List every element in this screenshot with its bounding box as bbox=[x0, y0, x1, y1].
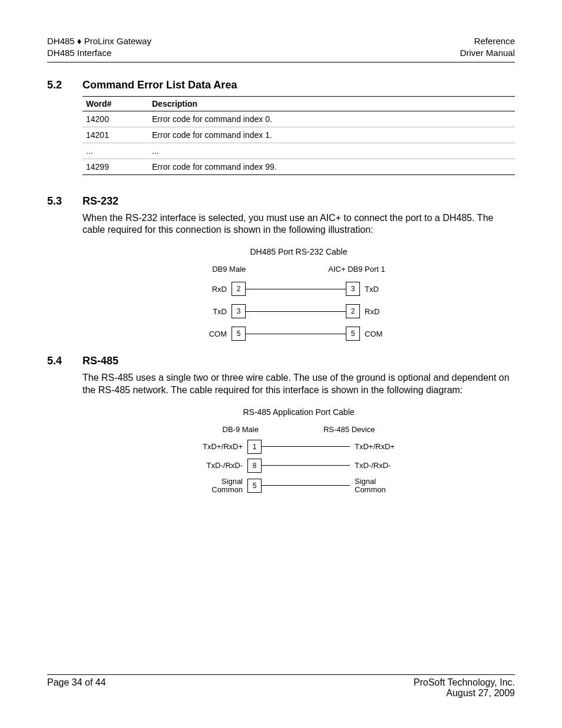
table-row: ... ... bbox=[82, 143, 515, 159]
rs485-lpin-0: 1 bbox=[247, 440, 262, 454]
rs485-wire-row-1: TxD-/RxD- 8 TxD-/RxD- bbox=[82, 459, 515, 473]
rs232-rpin-1: 2 bbox=[346, 304, 360, 318]
page-header: DH485 ♦ ProLinx Gateway DH485 Interface … bbox=[47, 35, 515, 62]
cell-word: 14299 bbox=[82, 159, 148, 174]
section-5-4-number: 5.4 bbox=[47, 355, 82, 367]
rs485-rlabel-0: TxD+/RxD+ bbox=[350, 442, 402, 451]
rs232-wire-row-0: RxD 2 3 TxD bbox=[82, 282, 515, 296]
rs232-wire-row-2: COM 5 5 COM bbox=[82, 327, 515, 341]
rs485-lpin-1: 8 bbox=[247, 459, 262, 473]
table-header-row: Word# Description bbox=[82, 96, 515, 111]
wire-icon bbox=[262, 485, 350, 486]
section-5-3-paragraph: When the RS-232 interface is selected, y… bbox=[82, 212, 515, 237]
page-footer: Page 34 of 44 ProSoft Technology, Inc. A… bbox=[47, 674, 515, 699]
rs232-rpin-0: 3 bbox=[346, 282, 360, 296]
section-5-4-title: RS-485 bbox=[82, 355, 118, 367]
rs232-cable-diagram: DH485 Port RS-232 Cable DB9 Male AIC+ DB… bbox=[82, 247, 515, 341]
rs485-right-header: RS-485 Device bbox=[323, 425, 375, 434]
section-5-3-title: RS-232 bbox=[82, 195, 118, 207]
rs485-rlabel-1: TxD-/RxD- bbox=[350, 461, 402, 470]
page-container: DH485 ♦ ProLinx Gateway DH485 Interface … bbox=[0, 0, 562, 728]
section-5-2-number: 5.2 bbox=[47, 79, 82, 91]
th-desc: Description bbox=[148, 96, 515, 111]
rs232-right-header: AIC+ DB9 Port 1 bbox=[328, 265, 385, 274]
section-5-4-heading: 5.4 RS-485 bbox=[47, 355, 515, 367]
rs232-diagram-title: DH485 Port RS-232 Cable bbox=[82, 247, 515, 256]
cell-desc: Error code for command index 0. bbox=[148, 111, 515, 127]
wire-icon bbox=[262, 465, 350, 466]
wire-icon bbox=[246, 334, 346, 334]
rs232-lpin-0: 2 bbox=[232, 282, 246, 296]
table-row: 14299 Error code for command index 99. bbox=[82, 159, 515, 174]
cell-desc: Error code for command index 1. bbox=[148, 127, 515, 143]
command-error-table: Word# Description 14200 Error code for c… bbox=[82, 96, 515, 175]
section-5-2-title: Command Error List Data Area bbox=[82, 79, 237, 91]
footer-company: ProSoft Technology, Inc. bbox=[414, 677, 515, 688]
cell-desc: ... bbox=[148, 143, 515, 159]
section-5-2-heading: 5.2 Command Error List Data Area bbox=[47, 79, 515, 91]
rs485-wire-row-0: TxD+/RxD+ 1 TxD+/RxD+ bbox=[82, 440, 515, 454]
rs232-llabel-2: COM bbox=[186, 330, 232, 338]
section-5-4-paragraph: The RS-485 uses a single two or three wi… bbox=[82, 372, 515, 397]
cell-word: ... bbox=[82, 143, 148, 159]
rs485-llabel-1: TxD-/RxD- bbox=[196, 461, 247, 470]
wire-icon bbox=[246, 289, 346, 289]
rs485-llabel-0: TxD+/RxD+ bbox=[196, 442, 247, 451]
rs232-left-header: DB9 Male bbox=[212, 265, 246, 274]
header-left-line1: DH485 ♦ ProLinx Gateway bbox=[47, 35, 151, 47]
header-right-line2: Driver Manual bbox=[460, 47, 515, 59]
rs485-lpin-2: 5 bbox=[247, 479, 262, 493]
rs485-diagram-title: RS-485 Application Port Cable bbox=[82, 407, 515, 417]
rs485-cable-diagram: RS-485 Application Port Cable DB-9 Male … bbox=[82, 407, 515, 495]
rs232-lpin-1: 3 bbox=[232, 304, 246, 318]
cell-word: 14201 bbox=[82, 127, 148, 143]
table-row: 14201 Error code for command index 1. bbox=[82, 127, 515, 143]
wire-icon bbox=[246, 311, 346, 312]
rs232-rlabel-2: COM bbox=[360, 330, 412, 338]
rs485-left-header: DB-9 Male bbox=[223, 425, 259, 434]
footer-page-number: Page 34 of 44 bbox=[47, 677, 106, 699]
cell-desc: Error code for command index 99. bbox=[148, 159, 515, 174]
rs485-wire-row-2: Signal Common 5 Signal Common bbox=[82, 477, 515, 495]
rs232-llabel-1: TxD bbox=[186, 307, 232, 316]
rs232-lpin-2: 5 bbox=[232, 327, 246, 341]
rs485-llabel-2: Signal Common bbox=[196, 477, 247, 495]
table-row: 14200 Error code for command index 0. bbox=[82, 111, 515, 127]
cell-word: 14200 bbox=[82, 111, 148, 127]
footer-date: August 27, 2009 bbox=[414, 688, 515, 699]
header-left-line2: DH485 Interface bbox=[47, 47, 151, 59]
section-5-3-heading: 5.3 RS-232 bbox=[47, 195, 515, 207]
rs232-rpin-2: 5 bbox=[346, 327, 360, 341]
th-word: Word# bbox=[82, 96, 148, 111]
rs232-llabel-0: RxD bbox=[186, 285, 232, 294]
rs232-rlabel-0: TxD bbox=[360, 285, 412, 294]
rs485-rlabel-2: Signal Common bbox=[350, 477, 402, 495]
wire-icon bbox=[262, 446, 350, 447]
header-right-line1: Reference bbox=[460, 35, 515, 47]
rs232-rlabel-1: RxD bbox=[360, 307, 412, 316]
rs232-wire-row-1: TxD 3 2 RxD bbox=[82, 304, 515, 318]
section-5-3-number: 5.3 bbox=[47, 195, 82, 207]
